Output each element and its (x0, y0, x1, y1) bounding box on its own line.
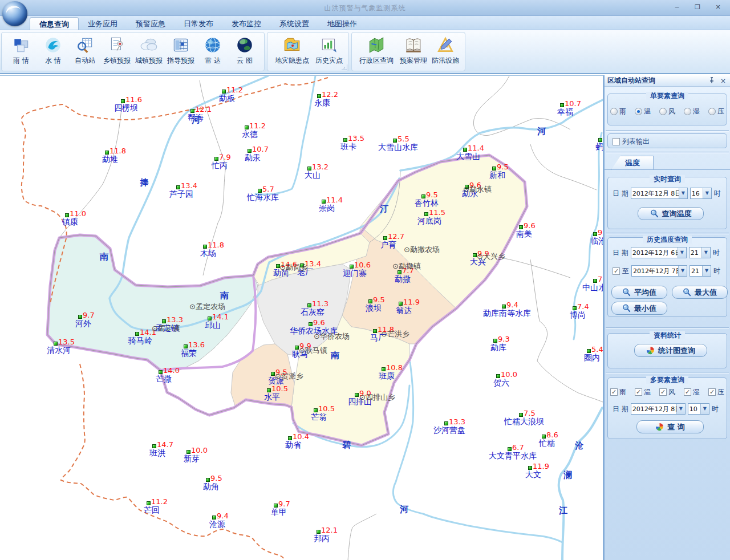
toolbar-button-plan-management[interactable]: 预案管理 (398, 34, 429, 66)
station-marker[interactable] (463, 148, 467, 152)
station-marker[interactable] (309, 322, 313, 326)
multi-date-combo[interactable]: 2012年12月 8日 ▼ (631, 403, 686, 415)
station-marker[interactable] (184, 344, 188, 348)
checkbox-icon[interactable]: ✓ (635, 388, 642, 396)
station-marker[interactable] (206, 478, 210, 482)
station-marker[interactable] (135, 332, 139, 336)
station-marker[interactable] (598, 138, 602, 142)
radio-icon[interactable] (635, 108, 642, 115)
station-marker[interactable] (54, 342, 58, 346)
history-to-checkbox[interactable]: ✓ (613, 267, 620, 275)
station-marker[interactable] (212, 516, 216, 520)
maximum-button[interactable]: 最大值 (672, 286, 728, 299)
history-date2-combo[interactable]: 2012年12月 7日 ▼ (631, 265, 687, 277)
radio-element-压[interactable]: 压 (708, 107, 724, 116)
station-marker[interactable] (214, 157, 218, 161)
station-marker[interactable] (78, 315, 82, 319)
checkbox-element-雨[interactable]: ✓雨 (610, 387, 626, 397)
station-marker[interactable] (424, 212, 428, 216)
realtime-hour-combo[interactable]: 16 ▼ (690, 188, 712, 199)
pin-icon[interactable] (708, 77, 716, 85)
history-hour1-combo[interactable]: 21 ▼ (689, 247, 711, 258)
menu-tab-3[interactable]: 日常发布 (175, 17, 222, 30)
station-marker[interactable] (222, 90, 226, 94)
checkbox-icon[interactable]: ✓ (684, 388, 691, 396)
station-marker[interactable] (245, 125, 249, 129)
checkbox-icon[interactable]: ✓ (610, 388, 618, 396)
station-marker[interactable] (307, 167, 311, 171)
chevron-down-icon[interactable]: ▼ (679, 188, 687, 198)
station-marker[interactable] (421, 194, 425, 198)
station-marker[interactable] (593, 279, 597, 283)
station-marker[interactable] (186, 450, 190, 454)
station-marker[interactable] (492, 167, 496, 171)
chevron-down-icon[interactable]: ▼ (678, 247, 686, 258)
station-marker[interactable] (368, 299, 372, 303)
menu-tab-6[interactable]: 地图操作 (318, 17, 366, 30)
station-marker[interactable] (162, 319, 166, 323)
station-marker[interactable] (519, 225, 523, 229)
station-marker[interactable] (355, 393, 359, 397)
history-hour2-combo[interactable]: 21 ▼ (690, 265, 711, 277)
station-marker[interactable] (274, 504, 278, 508)
stats-chart-query-button[interactable]: 统计图查询 (634, 344, 707, 357)
toolbar-button-admin-region[interactable]: 行政区查询 (355, 34, 398, 66)
station-marker[interactable] (271, 372, 275, 376)
station-marker[interactable] (587, 349, 591, 353)
toolbar-button-guidance-forecast[interactable]: 指导预报 (165, 34, 197, 66)
panel-titlebar[interactable]: 区域自动站查询 × (605, 75, 730, 87)
station-marker[interactable] (542, 435, 546, 439)
chevron-down-icon[interactable]: ▼ (676, 404, 685, 414)
chevron-down-icon[interactable]: ▼ (703, 188, 711, 198)
radio-icon[interactable] (708, 108, 716, 115)
checkbox-icon[interactable]: ✓ (708, 388, 716, 396)
toolbar-button-flood-facility[interactable]: 防汛设施 (429, 34, 461, 66)
station-marker[interactable] (258, 189, 262, 193)
radio-icon[interactable] (684, 108, 691, 115)
query-temperature-button[interactable]: 查询温度 (638, 207, 704, 220)
checkbox-element-压[interactable]: ✓压 (708, 387, 724, 397)
station-marker[interactable] (267, 388, 271, 392)
radio-element-风[interactable]: 风 (659, 107, 675, 116)
station-marker[interactable] (382, 367, 386, 371)
station-marker[interactable] (317, 530, 321, 534)
close-panel-icon[interactable]: × (719, 77, 727, 85)
chevron-down-icon[interactable]: ▼ (701, 247, 710, 258)
station-marker[interactable] (65, 213, 69, 217)
group-launcher-icon[interactable]: ⌟ (342, 64, 347, 70)
chevron-down-icon[interactable]: ▼ (678, 266, 687, 276)
station-marker[interactable] (496, 374, 500, 378)
maximize-button[interactable]: ❐ (691, 3, 704, 12)
station-marker[interactable] (190, 109, 194, 113)
station-marker[interactable] (519, 413, 523, 417)
station-marker[interactable] (248, 149, 252, 153)
station-marker[interactable] (317, 94, 321, 98)
station-marker[interactable] (176, 185, 180, 189)
station-marker[interactable] (393, 139, 397, 143)
toolbar-button-city-forecast[interactable]: 城镇预报 (133, 34, 165, 66)
tab-temperature[interactable]: 温度 (611, 156, 654, 169)
station-marker[interactable] (314, 408, 318, 412)
toolbar-button-geohazard[interactable]: 地灾隐患点 (271, 34, 313, 66)
station-marker[interactable] (528, 466, 532, 470)
history-date1-combo[interactable]: 2012年12月 6日 ▼ (631, 247, 687, 258)
radio-icon[interactable] (659, 108, 667, 115)
checkbox-icon[interactable]: ✓ (659, 388, 667, 396)
toolbar-button-township-forecast[interactable]: 乡镇预报 (101, 34, 133, 66)
toolbar-button-history-disaster[interactable]: 历史灾点 (313, 34, 345, 66)
station-marker[interactable] (473, 253, 477, 257)
station-marker[interactable] (147, 501, 151, 505)
menu-tab-4[interactable]: 发布监控 (222, 17, 270, 30)
station-marker[interactable] (288, 436, 292, 440)
radio-element-雨[interactable]: 雨 (610, 107, 626, 116)
toolbar-button-radar[interactable]: 雷 达 (197, 34, 229, 66)
station-marker[interactable] (493, 339, 497, 343)
station-marker[interactable] (208, 316, 212, 320)
station-marker[interactable] (307, 303, 311, 307)
menu-tab-0[interactable]: 信息查询 (30, 17, 79, 30)
average-button[interactable]: 平均值 (611, 286, 667, 299)
checkbox-element-湿[interactable]: ✓湿 (684, 387, 700, 397)
multi-query-button[interactable]: 查 询 (636, 420, 704, 433)
chevron-down-icon[interactable]: ▼ (700, 404, 709, 414)
list-output-checkbox[interactable] (613, 138, 620, 145)
